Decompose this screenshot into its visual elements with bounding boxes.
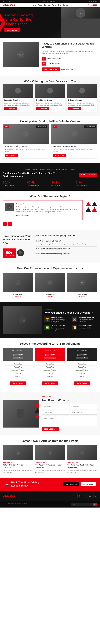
service-card-1-img: Train (3, 84, 33, 98)
expertise-num: 60+ (5, 250, 14, 255)
contact-email-input[interactable] (42, 410, 69, 414)
footer-linkedin-icon[interactable]: in (88, 494, 92, 498)
testimonial-prev-button[interactable]: ‹ (3, 222, 7, 226)
service-card-1-body: Instructor Training Lorem Ipsum is simpl… (3, 98, 33, 112)
instructor-role-1: Instructor (3, 296, 33, 298)
instructors-section: Meet Our Professional and Experience Ins… (0, 262, 100, 302)
faq-question-1[interactable]: How Many Hours it will Finish?+ (36, 240, 97, 242)
pricing-btn-platinum[interactable]: Select Plan (74, 382, 90, 385)
service-card-3: License Driving License Lorem Ipsum is s… (67, 84, 97, 112)
feature-icon-2: ⭐ (42, 62, 46, 66)
pricing-label-gold: Golden Package (37, 350, 64, 352)
contact-message-input[interactable] (42, 416, 97, 426)
courses-heading: Develop Your Driving Skill to Join the C… (3, 120, 97, 123)
nav-link-pages[interactable]: Pages (52, 4, 56, 6)
blog-title-3: Five Ways That Can Develop Your Driving … (67, 464, 97, 468)
svg-text:License: License (80, 90, 84, 92)
footer-search-button[interactable]: 🔍 (93, 503, 97, 506)
svg-text:Blog: Blog (49, 452, 51, 454)
footer-social: f t in p (78, 494, 97, 498)
svg-text:Instructor: Instructor (78, 12, 84, 14)
contact-first-name-input[interactable] (42, 404, 69, 409)
course-card-2-btn[interactable]: Get Started (53, 154, 66, 157)
service-card-3-desc: Lorem Ipsum is simply dummy text of the … (68, 102, 96, 106)
course-card-1-btn[interactable]: Get Started (4, 154, 18, 157)
contact-phone-input[interactable] (70, 410, 97, 414)
course-card-1-badge: $60 (4, 126, 9, 128)
pricing-feature-s-1: Feature One (5, 362, 31, 366)
service-card-1-btn[interactable]: Learn More (4, 107, 17, 110)
faq-question-3[interactable]: Got a certificate after completing Cours… (36, 253, 97, 255)
testimonial-next-button[interactable]: › (8, 222, 12, 226)
course-card-2-img: $60 10 Hours Session Course (51, 124, 97, 144)
nav-link-home[interactable]: Home (32, 4, 36, 6)
course-card-2-desc: Lorem Ipsum is simply dummy text of the … (53, 148, 96, 152)
service-card-2-btn[interactable]: Learn More (36, 107, 49, 110)
pricing-features-silver: Feature One Feature Two Advanced Feature… (3, 360, 33, 380)
topbar-instagram[interactable]: in (9, 0, 10, 2)
pricing-header-gold: Golden Package $600/month Golden Package (35, 348, 65, 360)
nav-link-contact[interactable]: Contact (63, 4, 68, 6)
instructor-icon-2: SL (47, 279, 53, 286)
svg-text:ST: ST (17, 282, 18, 283)
footer-pinterest-icon[interactable]: p (93, 494, 97, 498)
stats-banner-top: Our Students Pass the Driving Test on th… (3, 172, 97, 178)
blog-date-1: December 1, 2023 (3, 462, 33, 463)
pricing-btn-silver[interactable]: Select Plan (10, 382, 26, 385)
footer-search-input[interactable] (71, 503, 93, 506)
faq-item-2: Got a certificate after completing Cours… (36, 246, 97, 252)
blog-text-2: Lorem Ipsum is simply dummy text of the … (35, 469, 65, 474)
contact-last-name-input[interactable] (70, 404, 97, 409)
pricing-ribbon-platinum: Platinum Package (76, 357, 88, 359)
nav-link-blog[interactable]: Blog (58, 4, 61, 6)
course-card-2-badge: $60 (53, 126, 57, 128)
blog-title-2: Five Ways That Can Develop Your Driving … (35, 464, 65, 468)
faq-question-2[interactable]: Got a certificate after completing Cours… (36, 248, 97, 250)
stat-number-3: 88.9% (51, 181, 73, 184)
partner-2: logotype (32, 168, 38, 170)
contact-submit-button[interactable]: Send Message (42, 427, 59, 431)
blog-card-3: Blog December 9, 2023 Five Ways That Can… (67, 445, 97, 474)
service-card-3-btn[interactable]: Learn More (68, 107, 81, 110)
feature-label-2: Expert Instructors (47, 63, 60, 64)
pricing-feature-p-5: Gold Extra (69, 375, 95, 378)
nav-link-services[interactable]: Services (44, 4, 50, 6)
car-illustration: Instructor (75, 7, 86, 18)
ready-heading: Ready to Learn Driving in Our Latest Mod… (42, 42, 97, 49)
testimonial-navigation: ‹ › (3, 222, 83, 226)
service-card-2-body: Road Safety Guide Lorem Ipsum is simply … (35, 98, 65, 112)
stat-number-4: 6.3+ (76, 181, 97, 184)
pricing-price-platinum: $900/month (69, 352, 96, 356)
cta-banner-section: 🚗 Book Your First Driving Lesson Today G… (0, 478, 100, 491)
stats-cta-button[interactable]: Start Learning (79, 173, 97, 177)
service-card-3-img: License (67, 84, 97, 98)
cta-learn-more-button[interactable]: Learn More (81, 482, 96, 486)
hero-cta-button[interactable]: Get Started (4, 28, 20, 32)
blog-img-1: Blog (3, 445, 33, 460)
contact-triangle-2 (35, 408, 39, 413)
blog-img-2: Blog (35, 445, 65, 460)
blog-date-2: December 5, 2023 (35, 462, 65, 463)
topbar-twitter[interactable]: t (6, 0, 6, 2)
pricing-price-silver: $300/month (4, 352, 31, 356)
ready-discover-button[interactable]: Discover More (42, 68, 60, 71)
service-card-1-desc: Lorem Ipsum is simply dummy text of the … (4, 102, 32, 106)
why-feature-desc-2: Lorem Ipsum is simply dummy text. (79, 319, 97, 323)
topbar-facebook[interactable]: f (3, 0, 4, 2)
instructor-card-2: SL Sara Linn Instructor (35, 273, 65, 298)
footer-bottom: © 2023 Drivschool. All Rights Reserved. … (0, 501, 100, 508)
contact-contact-row (42, 410, 97, 414)
blog-grid: Blog December 1, 2023 6 Ways That Can De… (3, 445, 97, 474)
pricing-features-platinum: Feature One Feature Two Advanced Feature… (67, 360, 97, 380)
why-content: Drivschool Why You Should Choose Our Dri… (44, 309, 97, 331)
pricing-btn-gold[interactable]: Select Plan (42, 382, 58, 385)
footer-facebook-icon[interactable]: f (78, 494, 81, 498)
triangle-red-2 (92, 207, 97, 212)
cta-get-started-button[interactable]: Get Started (64, 482, 79, 486)
ready-image: Driving Class (3, 42, 39, 67)
why-image-icon: Car Photo (18, 316, 26, 324)
nav-link-about[interactable]: About (38, 4, 42, 6)
nav-links: Home About Services Pages Blog Contact (32, 4, 68, 6)
pricing-feature-g-2: Feature Two (37, 366, 63, 369)
footer-twitter-icon[interactable]: t (83, 494, 87, 498)
